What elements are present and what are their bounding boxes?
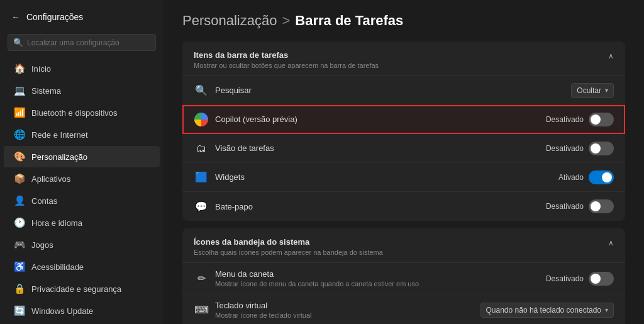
section1-header: Itens da barra de tarefas Mostrar ou ocu… <box>182 42 625 76</box>
setting-label-copilot: Copilot (versão prévia) <box>215 115 546 124</box>
setting-icon-wrap-copilot <box>194 112 209 127</box>
setting-info-widgets: Widgets <box>215 172 558 182</box>
section-system-tray: Ícones da bandeja do sistema Escolha qua… <box>182 228 625 324</box>
nav-label-privacidade: Privacidade e segurança <box>31 284 121 294</box>
setting-icon-wrap-widgets: 🟦 <box>194 170 209 185</box>
nav-label-hora: Hora e idioma <box>31 218 82 228</box>
setting-control-bate-papo: Desativado <box>546 199 614 213</box>
main-content: Personalização > Barra de Tarefas Itens … <box>164 0 644 324</box>
nav-label-windows-update: Windows Update <box>31 306 93 316</box>
nav-label-personalizacao: Personalização <box>31 152 87 162</box>
setting-control-copilot: Desativado <box>546 113 614 126</box>
setting-control-menu-caneta: Desativado <box>546 272 614 286</box>
setting-label-pesquisar: Pesquisar <box>215 86 571 95</box>
setting-label-widgets: Widgets <box>215 172 558 182</box>
toggle[interactable] <box>589 199 614 213</box>
toggle-label-menu-caneta: Desativado <box>546 274 584 283</box>
setting-control-widgets: Ativado <box>558 170 614 184</box>
toggle[interactable] <box>589 142 614 155</box>
setting-icon-widgets: 🟦 <box>195 171 208 183</box>
setting-desc-menu-caneta: Mostrar ícone de menu da caneta quando a… <box>215 280 546 288</box>
section2-header: Ícones da bandeja do sistema Escolha qua… <box>182 228 625 263</box>
section1-title: Itens da barra de tarefas <box>194 50 379 60</box>
setting-row-copilot: Copilot (versão prévia) Desativado <box>182 105 625 134</box>
setting-info-bate-papo: Bate-papo <box>215 202 546 211</box>
nav-icon-bluetooth: 📶 <box>14 107 25 118</box>
setting-label-menu-caneta: Menu da caneta <box>215 269 546 279</box>
setting-info-visao-tarefas: Visão de tarefas <box>215 143 546 153</box>
setting-row-pesquisar: 🔍 Pesquisar Ocultar ▾ <box>182 76 625 105</box>
sidebar-item-hora[interactable]: 🕐 Hora e idioma <box>4 212 160 233</box>
breadcrumb-separator: > <box>282 13 290 29</box>
setting-desc-teclado-virtual: Mostrar ícone de teclado virtual <box>215 311 480 319</box>
setting-control-pesquisar: Ocultar ▾ <box>571 83 614 98</box>
section2-subtitle: Escolha quais ícones podem aparecer na b… <box>194 249 383 256</box>
sidebar-item-bluetooth[interactable]: 📶 Bluetooth e dispositivos <box>4 102 160 123</box>
nav-icon-contas: 👤 <box>14 195 25 206</box>
sidebar-item-jogos[interactable]: 🎮 Jogos <box>4 234 160 255</box>
setting-icon-wrap-teclado-virtual: ⌨ <box>194 303 209 318</box>
dropdown[interactable]: Ocultar ▾ <box>571 83 614 98</box>
nav-label-sistema: Sistema <box>31 86 61 96</box>
section2-chevron[interactable]: ∧ <box>608 238 614 247</box>
setting-icon-bate-papo: 💬 <box>195 201 208 213</box>
search-input[interactable] <box>27 38 150 47</box>
toggle-label-widgets: Ativado <box>558 173 584 182</box>
section2-title: Ícones da bandeja do sistema <box>194 237 383 247</box>
setting-info-copilot: Copilot (versão prévia) <box>215 115 546 124</box>
setting-control-visao-tarefas: Desativado <box>546 142 614 155</box>
setting-icon-menu-caneta: ✏ <box>197 272 206 284</box>
toggle-label-bate-papo: Desativado <box>546 202 584 211</box>
sidebar-item-acessibilidade[interactable]: ♿ Acessibilidade <box>4 256 160 277</box>
nav-label-rede: Rede e Internet <box>31 130 88 140</box>
sidebar-item-windows-update[interactable]: 🔄 Windows Update <box>4 300 160 321</box>
app-title: Configurações <box>26 12 83 22</box>
sidebar-item-contas[interactable]: 👤 Contas <box>4 190 160 211</box>
sidebar-item-personalizacao[interactable]: 🎨 Personalização <box>4 146 160 167</box>
setting-icon-wrap-bate-papo: 💬 <box>194 199 209 214</box>
toggle[interactable] <box>589 113 614 126</box>
setting-icon-wrap-menu-caneta: ✏ <box>194 271 209 286</box>
back-button[interactable]: ← <box>10 11 21 23</box>
copilot-icon <box>194 113 208 126</box>
setting-row-widgets: 🟦 Widgets Ativado <box>182 163 625 192</box>
search-box[interactable]: 🔍 <box>8 34 156 51</box>
sidebar-item-rede[interactable]: 🌐 Rede e Internet <box>4 124 160 145</box>
toggle[interactable] <box>589 170 614 184</box>
dropdown[interactable]: Quando não há teclado conectado ▾ <box>480 303 614 318</box>
nav-icon-personalizacao: 🎨 <box>14 151 25 162</box>
setting-row-visao-tarefas: 🗂 Visão de tarefas Desativado <box>182 134 625 163</box>
setting-icon-wrap-visao-tarefas: 🗂 <box>194 141 209 156</box>
setting-label-bate-papo: Bate-papo <box>215 202 546 211</box>
sidebar-item-privacidade[interactable]: 🔒 Privacidade e segurança <box>4 278 160 299</box>
sidebar-item-inicio[interactable]: 🏠 Início <box>4 58 160 79</box>
nav-icon-aplicativos: 📦 <box>14 173 25 184</box>
nav-icon-windows-update: 🔄 <box>14 305 25 316</box>
sidebar-item-sistema[interactable]: 💻 Sistema <box>4 80 160 101</box>
chevron-down-icon: ▾ <box>605 306 608 313</box>
section1-title-block: Itens da barra de tarefas Mostrar ou ocu… <box>194 50 379 69</box>
toggle-label-visao-tarefas: Desativado <box>546 144 584 153</box>
nav-icon-sistema: 💻 <box>14 85 25 96</box>
setting-icon-pesquisar: 🔍 <box>195 84 208 96</box>
breadcrumb-current: Barra de Tarefas <box>295 13 403 29</box>
nav-icon-hora: 🕐 <box>14 217 25 228</box>
section1-subtitle: Mostrar ou ocultar botões que aparecem n… <box>194 62 379 69</box>
nav-icon-acessibilidade: ♿ <box>14 261 25 272</box>
section-taskbar-items: Itens da barra de tarefas Mostrar ou ocu… <box>182 42 625 221</box>
setting-control-teclado-virtual: Quando não há teclado conectado ▾ <box>480 303 614 318</box>
section2-title-block: Ícones da bandeja do sistema Escolha qua… <box>194 237 383 256</box>
setting-icon-visao-tarefas: 🗂 <box>196 143 206 154</box>
setting-icon-wrap-pesquisar: 🔍 <box>194 83 209 98</box>
nav-list: 🏠 Início 💻 Sistema 📶 Bluetooth e disposi… <box>0 57 164 322</box>
dropdown-value: Ocultar <box>577 86 601 95</box>
setting-info-teclado-virtual: Teclado virtual Mostrar ícone de teclado… <box>215 301 480 319</box>
nav-label-bluetooth: Bluetooth e dispositivos <box>31 108 118 118</box>
breadcrumb-parent: Personalização <box>182 13 277 29</box>
toggle[interactable] <box>589 272 614 286</box>
sidebar-header: ← Configurações <box>0 6 164 30</box>
sidebar-item-aplicativos[interactable]: 📦 Aplicativos <box>4 168 160 189</box>
setting-row-teclado-virtual: ⌨ Teclado virtual Mostrar ícone de tecla… <box>182 294 625 324</box>
sidebar: ← Configurações 🔍 🏠 Início 💻 Sistema 📶 B… <box>0 0 164 324</box>
section1-chevron[interactable]: ∧ <box>608 52 614 60</box>
